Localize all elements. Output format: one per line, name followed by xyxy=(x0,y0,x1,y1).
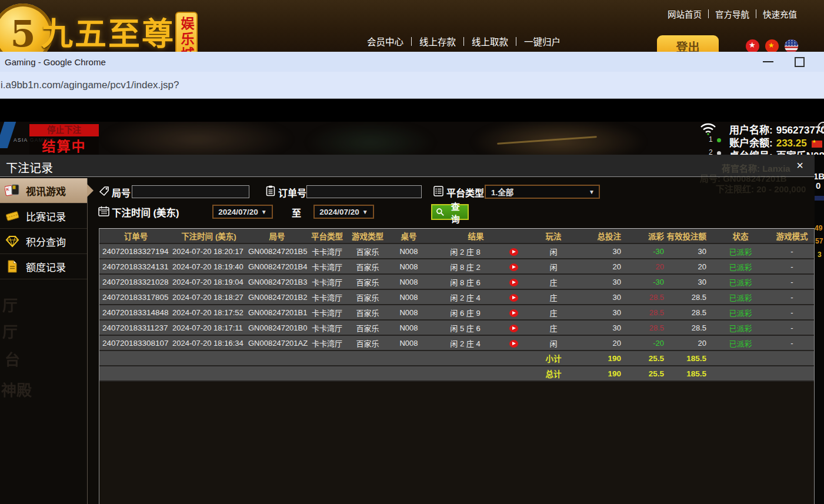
window-titlebar: Gaming - Google Chrome xyxy=(0,52,824,72)
cell-game-type: 百家乐 xyxy=(345,289,390,305)
sidebar-item-credit-records[interactable]: 额度记录 xyxy=(0,254,87,279)
order-number-label: 订单号 xyxy=(278,185,306,199)
cell-round-number: GN008247201B0 xyxy=(245,320,309,335)
cell-round-number: GN008247201B4 xyxy=(245,259,309,274)
play-video-icon[interactable] xyxy=(509,340,518,348)
nav-link-transfer[interactable]: 一键归户 xyxy=(524,35,561,48)
order-number-input[interactable] xyxy=(306,185,422,198)
search-button[interactable]: 查询 xyxy=(431,204,469,220)
close-icon[interactable]: × xyxy=(792,157,808,173)
cell-platform: 卡卡湾厅 xyxy=(309,243,345,259)
cell-total-bet: 30 xyxy=(583,305,625,320)
settling-status: 结算中 xyxy=(29,136,99,155)
language-flags xyxy=(746,39,798,52)
url-bar[interactable]: i.a9bb1n.com/agingame/pcv1/index.jsp? xyxy=(0,72,824,99)
total-label: 总计 xyxy=(524,366,583,381)
brand-title: 九五至尊 xyxy=(41,8,175,52)
cell-status: 已派彩 xyxy=(711,274,770,289)
round-number-input[interactable] xyxy=(132,185,249,198)
play-video-icon[interactable] xyxy=(509,309,518,317)
cell-valid-bet: 30 xyxy=(666,243,711,259)
cell-result: 闲 8 庄 2 xyxy=(428,259,503,274)
logout-button[interactable]: 登出 xyxy=(657,35,719,52)
us-flag-icon[interactable] xyxy=(785,39,798,52)
platform-type-select[interactable]: 1.全部 ▼ xyxy=(485,185,600,199)
logo-symbol: 5 xyxy=(10,12,35,52)
top-link-home[interactable]: 网站首页 xyxy=(668,8,702,20)
play-video-icon[interactable] xyxy=(509,325,518,332)
top-link-nav[interactable]: 官方导航 xyxy=(715,8,749,20)
cell-result: 闲 2 庄 4 xyxy=(428,289,503,305)
cell-game-type: 百家乐 xyxy=(345,259,390,274)
cell-payout: 20 xyxy=(625,259,666,274)
total-total-bet: 190 xyxy=(583,366,625,381)
date-to-select[interactable]: 2024/07/20 ▼ xyxy=(313,205,374,219)
cell-game-type: 百家乐 xyxy=(345,305,390,320)
nav-link-withdraw[interactable]: 线上取款 xyxy=(472,35,508,48)
nav-link-deposit[interactable]: 线上存款 xyxy=(419,35,456,48)
cell-replay xyxy=(503,289,524,305)
cell-platform: 卡卡湾厅 xyxy=(309,274,345,289)
table-row: 240720183314848 2024-07-20 18:17:52 GN00… xyxy=(99,305,814,320)
cell-total-bet: 30 xyxy=(583,243,625,259)
cell-status: 已派彩 xyxy=(711,320,770,335)
chevron-down-icon: ▼ xyxy=(589,189,595,195)
cell-status: 已派彩 xyxy=(711,289,770,305)
sidebar-item-points-query[interactable]: 积分查询 xyxy=(0,229,87,254)
sidebar-item-match-records[interactable]: 比赛记录 xyxy=(0,203,87,229)
cell-table-number: N008 xyxy=(390,320,428,335)
cell-round-number: GN008247201B5 xyxy=(245,243,309,259)
table-row: 240720183321028 2024-07-20 18:19:04 GN00… xyxy=(99,274,814,289)
cell-bet-on: 庄 xyxy=(524,274,583,289)
bet-time-label: 下注时间 (美东) xyxy=(112,205,179,219)
cards-icon: K xyxy=(5,184,20,197)
cell-table-number: N008 xyxy=(390,305,428,320)
col-header-bet-on: 玩法 xyxy=(524,229,583,243)
hk-flag-icon[interactable] xyxy=(746,39,759,52)
cn-flag-icon[interactable] xyxy=(765,39,779,52)
cell-replay xyxy=(503,320,524,335)
screen: 5 九五至尊 娱乐城 网站首页 官方导航 快速充值 会员中心 线上存款 线上取款… xyxy=(0,0,824,504)
play-video-icon[interactable] xyxy=(509,248,518,256)
total-valid-bet: 185.5 xyxy=(666,366,711,381)
cell-total-bet: 30 xyxy=(583,289,625,305)
cell-valid-bet: 28.5 xyxy=(666,320,711,335)
maximize-button[interactable] xyxy=(789,52,810,72)
sidebar-item-video-games[interactable]: K 视讯游戏 xyxy=(0,178,87,203)
cell-total-bet: 30 xyxy=(583,320,625,335)
cell-replay xyxy=(503,259,524,274)
calendar-icon xyxy=(98,206,109,216)
cell-replay xyxy=(503,335,524,351)
cell-bet-on: 庄 xyxy=(524,320,583,335)
top-link-recharge[interactable]: 快速充值 xyxy=(763,8,797,20)
brand-badge: 娱乐城 xyxy=(175,12,198,52)
col-header-time: 下注时间 (美东) xyxy=(172,229,245,243)
play-video-icon[interactable] xyxy=(509,294,518,302)
cell-total-bet: 20 xyxy=(583,335,625,351)
col-header-total-bet: 总投注 xyxy=(583,229,625,243)
live-video-strip: ASIA GAMING 停止下注 结算中 用户名称:956273770 1 账户… xyxy=(0,122,824,155)
cell-table-number: N008 xyxy=(390,243,428,259)
subtotal-row: 小计 190 25.5 185.5 xyxy=(99,351,814,366)
modal-title: 下注记录 xyxy=(6,159,53,176)
nav-link-member[interactable]: 会员中心 xyxy=(367,35,403,48)
minimize-button[interactable] xyxy=(758,52,779,72)
play-video-icon[interactable] xyxy=(509,263,518,271)
cell-platform: 卡卡湾厅 xyxy=(309,320,345,335)
table-number-value: 百家乐N08 xyxy=(776,151,824,155)
search-button-label: 查询 xyxy=(447,200,464,225)
stop-betting-banner: 停止下注 xyxy=(29,124,99,136)
table-row: 240720183311237 2024-07-20 18:17:11 GN00… xyxy=(99,320,814,335)
cell-game-type: 百家乐 xyxy=(345,335,390,351)
cell-round-number: GN008247201B3 xyxy=(245,274,309,289)
date-from-value: 2024/07/20 xyxy=(218,208,258,216)
cell-result: 闲 2 庄 4 xyxy=(428,335,503,351)
cell-valid-bet: 30 xyxy=(666,274,711,289)
window-title: Gaming - Google Chrome xyxy=(5,57,106,67)
play-video-icon[interactable] xyxy=(509,279,518,286)
cell-platform: 卡卡湾厅 xyxy=(309,305,345,320)
wifi-icon xyxy=(700,122,716,135)
cell-platform: 卡卡湾厅 xyxy=(309,289,345,305)
date-from-select[interactable]: 2024/07/20 ▼ xyxy=(212,205,273,219)
cell-order-number: 240720183321028 xyxy=(99,274,172,289)
